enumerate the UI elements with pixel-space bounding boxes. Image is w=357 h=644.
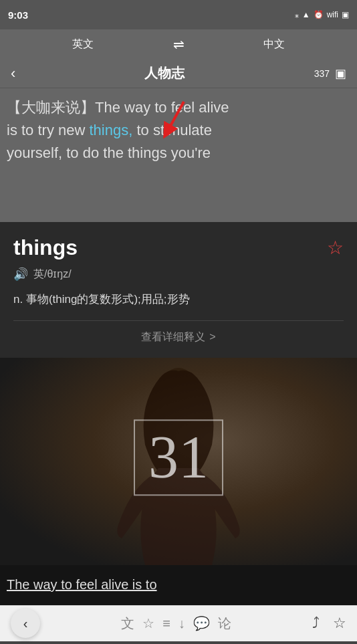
content-line3: yourself, to do the things you're [7,144,211,161]
dict-header: things ☆ [13,235,344,260]
content-line2-highlight[interactable]: things, [89,122,132,138]
content-text: 【大咖来说】The way to feel alive is to try ne… [7,96,350,165]
bottom-strip-text: The way to feel alive is to [7,577,157,593]
signal-icon: ▲ [302,10,310,19]
dict-more-button[interactable]: 查看详细释义 > [13,330,344,351]
dict-phonetic: 🔊 英/θɪŋz/ [13,267,344,282]
issue-number: 31 [148,424,209,490]
bottom-back-button[interactable]: ‹ [11,609,40,638]
dict-meaning: n. 事物(thing的复数形式);用品;形势 [13,291,344,308]
tab-switch-icon[interactable]: ⇌ [166,36,191,52]
nav-page-number: 337 [314,68,330,79]
content-line2-prefix: is to try new [7,122,89,138]
dict-more-chevron-icon: > [209,331,215,343]
bottom-star-icon[interactable]: ☆ [333,615,346,632]
bottom-toolbar: 文 ☆ ≡ ↓ 💬 论 [40,615,312,633]
bottom-bookmark-icon[interactable]: ☆ [138,615,158,631]
bottom-back-icon: ‹ [23,616,28,631]
dictionary-popup: things ☆ 🔊 英/θɪŋz/ n. 事物(thing的复数形式);用品;… [0,222,357,358]
content-line2-suffix: to stimulate [132,122,212,138]
status-time: 9:03 [8,9,28,21]
bluetooth-icon: ⁎ [295,10,299,19]
dict-divider [13,320,344,321]
bottom-download-icon[interactable]: ↓ [174,616,189,631]
bottom-font-icon[interactable]: 文 [117,615,138,633]
wifi-icon: wifi [327,10,338,19]
bottom-right-icons: ⤴ ☆ [312,615,346,632]
dict-star-button[interactable]: ☆ [327,237,344,259]
image-section: 31 [0,358,357,565]
content-area: 【大咖来说】The way to feel alive is to try ne… [0,88,357,222]
bottom-strip-underline-text: The way to feel alive is to [7,577,157,592]
nav-bar: ‹ 人物志 337 ▣ [0,59,357,88]
bottom-share-icon[interactable]: ⤴ [312,615,320,632]
nav-page-icon[interactable]: ▣ [335,66,346,81]
number-box: 31 [134,419,223,496]
tab-english[interactable]: 英文 [0,37,166,51]
dict-pronunciation: 英/θɪŋz/ [33,267,72,282]
nav-back-button[interactable]: ‹ [11,65,15,82]
dict-speaker-icon[interactable]: 🔊 [13,267,28,282]
nav-actions: 337 ▣ [314,66,346,81]
nav-title: 人物志 [144,64,185,82]
bottom-text-strip: The way to feel alive is to [0,565,357,605]
alarm-icon: ⏰ [314,10,324,19]
status-icons: ⁎ ▲ ⏰ wifi ▣ [295,10,349,19]
battery-icon: ▣ [342,10,349,19]
tab-chinese[interactable]: 中文 [191,37,358,51]
dict-word: things [13,235,78,260]
content-line1: 【大咖来说】The way to feel alive [7,99,229,116]
bottom-nav: ‹ 文 ☆ ≡ ↓ 💬 论 ⤴ ☆ [0,605,357,641]
bottom-discuss-icon[interactable]: 论 [214,615,235,633]
status-bar: 9:03 ⁎ ▲ ⏰ wifi ▣ [0,0,357,29]
bottom-menu-icon[interactable]: ≡ [158,616,174,631]
bottom-comment-icon[interactable]: 💬 [189,615,214,631]
tab-bar: 英文 ⇌ 中文 [0,29,357,59]
dict-more-text: 查看详细释义 [141,330,205,344]
